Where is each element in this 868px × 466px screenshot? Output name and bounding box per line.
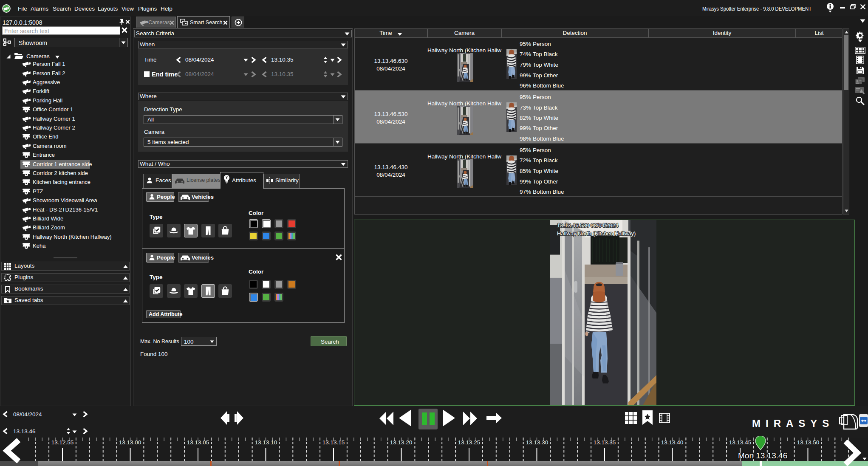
svg-text:Hallway North (Kitchen Hallway: Hallway North (Kitchen Hallway) [557, 230, 636, 237]
svg-text:13.13.46.530 08/04/2024: 13.13.46.530 08/04/2024 [557, 222, 618, 229]
